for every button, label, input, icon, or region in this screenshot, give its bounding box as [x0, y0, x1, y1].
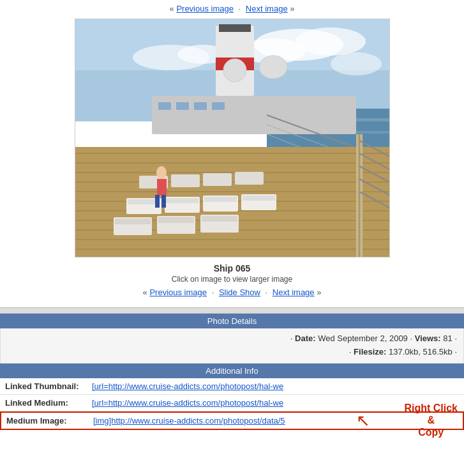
views-val: 81: [443, 334, 452, 343]
svg-point-14: [223, 59, 246, 82]
medium-image-label: Medium Image:: [6, 416, 89, 426]
right-click-copy-label: Right Click & Copy: [404, 402, 458, 439]
image-container: [0, 16, 464, 259]
svg-rect-52: [203, 173, 232, 186]
nav-bottom: « Previous image · Slide Show · Next ima…: [0, 284, 464, 303]
svg-rect-39: [166, 198, 198, 203]
svg-point-7: [331, 52, 382, 75]
date-label: Date:: [295, 334, 316, 343]
svg-rect-41: [204, 197, 237, 202]
medium-image-value[interactable]: [img]http://www.cruise-addicts.com/photo…: [93, 416, 285, 426]
svg-rect-62: [157, 179, 167, 195]
bottom-area: Linked Thumbnail: [url=http://www.cruise…: [0, 378, 464, 443]
svg-rect-16: [152, 96, 356, 134]
separator-dot-3: ·: [454, 334, 457, 343]
linked-thumbnail-row: Linked Thumbnail: [url=http://www.cruise…: [0, 378, 464, 395]
svg-rect-45: [115, 219, 151, 224]
linked-thumbnail-value[interactable]: [url=http://www.cruise-addicts.com/photo…: [92, 381, 283, 391]
next-image-link-top[interactable]: Next image: [246, 4, 288, 13]
guillemet-left-bottom: «: [143, 288, 147, 297]
image-title: Ship 065: [0, 263, 464, 273]
previous-image-link-top[interactable]: Previous image: [176, 4, 234, 13]
svg-point-4: [296, 27, 366, 56]
filesize-val: 137.0kb, 516.5kb: [389, 347, 453, 357]
separator-bottom-2: ·: [266, 288, 268, 297]
linked-medium-label: Linked Medium:: [5, 398, 88, 408]
separator-dot-4: ·: [349, 347, 354, 357]
medium-image-row: Medium Image: [img]http://www.cruise-add…: [0, 411, 464, 430]
svg-rect-18: [176, 102, 189, 110]
linked-medium-value[interactable]: [url=http://www.cruise-addicts.com/photo…: [92, 398, 283, 408]
cruise-image[interactable]: [75, 19, 389, 257]
views-label: Views:: [415, 334, 441, 343]
section-divider: [0, 307, 464, 314]
svg-rect-12: [219, 24, 251, 32]
svg-rect-64: [161, 195, 166, 208]
filesize-label: Filesize:: [354, 347, 386, 357]
svg-rect-43: [243, 196, 275, 201]
svg-rect-49: [202, 216, 237, 222]
nav-top: « Previous image · Next image »: [0, 0, 464, 16]
svg-rect-19: [194, 102, 207, 110]
svg-rect-63: [155, 195, 160, 208]
svg-point-15: [259, 56, 287, 79]
arrow-icon: ↖: [356, 411, 370, 431]
svg-rect-47: [158, 217, 194, 223]
separator-dot-1: ·: [290, 334, 293, 343]
svg-rect-20: [212, 102, 225, 110]
separator-bottom-1: ·: [212, 288, 214, 297]
photo-details-row: · Date: Wed September 2, 2009 · Views: 8…: [0, 328, 464, 364]
svg-rect-51: [171, 174, 200, 187]
photo-frame[interactable]: [75, 19, 390, 257]
additional-info-header: Additional Info: [0, 364, 464, 378]
guillemet-right-bottom: »: [317, 288, 321, 297]
photo-details-header: Photo Details: [0, 314, 464, 328]
next-image-link-bottom[interactable]: Next image: [273, 288, 315, 297]
separator-top-1: ·: [239, 4, 241, 13]
date-val: Wed September 2, 2009: [318, 334, 408, 343]
svg-rect-53: [235, 172, 264, 185]
guillemet-right: »: [290, 4, 294, 13]
linked-medium-row: Linked Medium: [url=http://www.cruise-ad…: [0, 395, 464, 411]
linked-thumbnail-label: Linked Thumbnail:: [5, 381, 88, 391]
guillemet-left: «: [170, 4, 174, 13]
svg-point-61: [156, 166, 167, 179]
separator-dot-2: ·: [410, 334, 414, 343]
image-subtitle: Click on image to view larger image: [0, 275, 464, 284]
svg-rect-17: [158, 102, 171, 110]
separator-dot-5: ·: [454, 347, 457, 357]
previous-image-link-bottom[interactable]: Previous image: [149, 288, 207, 297]
slideshow-link[interactable]: Slide Show: [219, 288, 260, 297]
